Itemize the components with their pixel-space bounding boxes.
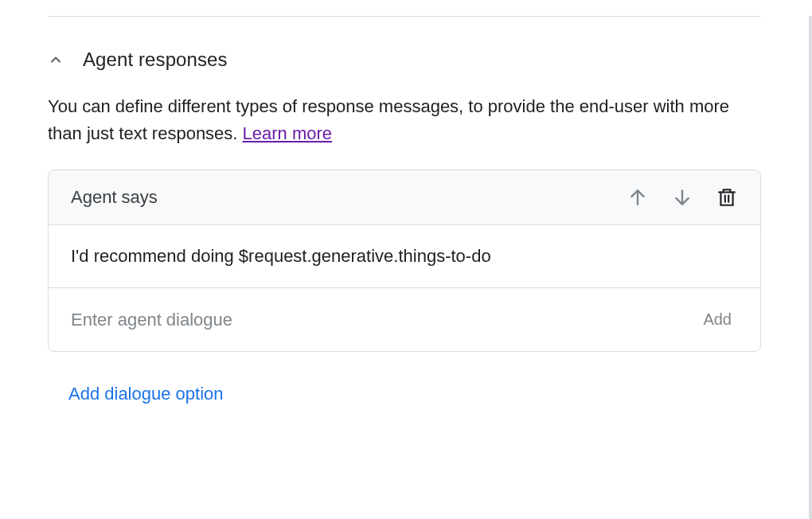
- arrow-up-icon[interactable]: [627, 186, 649, 209]
- learn-more-link[interactable]: Learn more: [243, 123, 333, 143]
- section-title: Agent responses: [83, 49, 228, 71]
- trash-icon[interactable]: [716, 186, 738, 209]
- dialogue-input[interactable]: [71, 310, 681, 330]
- chevron-up-icon[interactable]: [48, 52, 64, 68]
- card-header-actions: [627, 186, 738, 209]
- add-dialogue-option-link[interactable]: Add dialogue option: [68, 384, 761, 404]
- dialogue-input-row: Add: [49, 288, 760, 351]
- section-header: Agent responses: [16, 17, 793, 93]
- add-button[interactable]: Add: [697, 307, 738, 332]
- agent-response-text[interactable]: I'd recommend doing $request.generative.…: [49, 225, 760, 288]
- card-header: Agent says: [49, 170, 760, 225]
- section-description: You can define different types of respon…: [16, 93, 793, 170]
- agent-says-card: Agent says: [48, 170, 761, 352]
- card-header-title: Agent says: [71, 187, 627, 208]
- arrow-down-icon[interactable]: [671, 186, 693, 209]
